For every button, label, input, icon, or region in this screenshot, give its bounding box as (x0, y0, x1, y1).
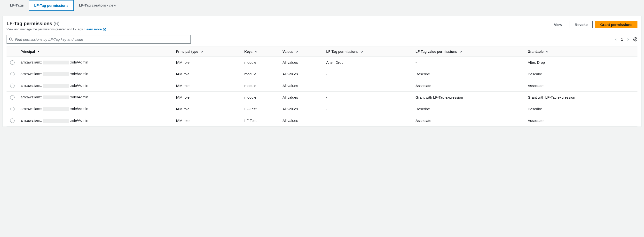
row-select-radio[interactable] (10, 84, 14, 88)
action-buttons: View Revoke Grant permissions (549, 21, 638, 28)
col-lf-tag-permissions[interactable]: LF-Tag permissions (324, 46, 413, 56)
col-keys[interactable]: Keys (242, 46, 280, 56)
cell-principal: arn:aws:iam:::role/Admin (18, 114, 174, 126)
tab-lf-tags[interactable]: LF-Tags (5, 0, 29, 11)
cell-lf-tag-permissions: - (324, 91, 413, 103)
col-label: Principal (20, 50, 35, 54)
cell-lf-tag-permissions: - (324, 103, 413, 114)
gear-icon (633, 37, 638, 42)
prev-page-button[interactable] (614, 37, 618, 41)
filter-icon (255, 51, 257, 53)
search-icon (9, 37, 13, 41)
learn-more-link[interactable]: Learn more (84, 28, 106, 31)
col-values[interactable]: Values (280, 46, 324, 56)
cell-lf-tag-permissions: - (324, 68, 413, 80)
table-row: arn:aws:iam:::role/Admin IAM role LF-Tes… (6, 103, 638, 114)
permissions-table: Principal Principal type Keys Values LF-… (6, 46, 638, 126)
principal-suffix: :role/Admin (70, 83, 88, 88)
row-select-radio[interactable] (10, 95, 14, 100)
search-wrap (6, 35, 191, 44)
cell-principal: arn:aws:iam:::role/Admin (18, 103, 174, 114)
cell-grantable: Describe (525, 103, 638, 114)
redacted-account-id (43, 60, 69, 64)
tab-new-badge: - new (107, 3, 116, 7)
permissions-panel: LF-Tag permissions (6) View and manage t… (2, 16, 642, 127)
view-button[interactable]: View (549, 21, 567, 28)
cell-principal-type: IAM role (174, 114, 242, 126)
col-label: Keys (244, 50, 252, 54)
cell-values: All values (280, 68, 324, 80)
cell-keys: LF-Test (242, 114, 280, 126)
tab-lf-tag-permissions[interactable]: LF-Tag permissions (29, 0, 74, 11)
row-select-radio[interactable] (10, 72, 14, 76)
col-label: LF-Tag value permissions (416, 50, 457, 54)
cell-keys: module (242, 91, 280, 103)
toolbar: 1 (6, 35, 638, 44)
col-label: Values (282, 50, 293, 54)
search-input[interactable] (6, 35, 191, 44)
subtitle-text: View and manage the permissions granted … (6, 28, 84, 31)
next-page-button[interactable] (626, 37, 630, 41)
cell-grantable: Associate (525, 114, 638, 126)
principal-suffix: :role/Admin (70, 95, 88, 99)
principal-suffix: :role/Admin (70, 118, 88, 122)
cell-grantable: Grant with LF-Tag expression (525, 91, 638, 103)
redacted-account-id (43, 107, 69, 111)
redacted-account-id (43, 84, 69, 88)
table-row: arn:aws:iam:::role/Admin IAM role module… (6, 56, 638, 68)
cell-principal: arn:aws:iam:::role/Admin (18, 56, 174, 68)
principal-prefix: arn:aws:iam:: (20, 83, 42, 88)
redacted-account-id (43, 96, 69, 99)
principal-prefix: arn:aws:iam:: (20, 118, 42, 122)
cell-principal: arn:aws:iam:::role/Admin (18, 68, 174, 80)
cell-lf-tag-value-permissions: Grant with LF-Tag expression (413, 91, 525, 103)
cell-keys: LF-Test (242, 103, 280, 114)
cell-lf-tag-value-permissions: - (413, 56, 525, 68)
col-principal-type[interactable]: Principal type (174, 46, 242, 56)
filter-icon (296, 51, 298, 53)
learn-more-label: Learn more (84, 28, 102, 31)
svg-point-1 (635, 39, 636, 40)
cell-values: All values (280, 80, 324, 91)
chevron-right-icon (626, 38, 630, 41)
title-text: LF-Tag permissions (6, 21, 52, 26)
external-link-icon (103, 28, 106, 31)
cell-values: All values (280, 56, 324, 68)
row-select-radio[interactable] (10, 107, 14, 111)
filter-icon (200, 51, 203, 53)
principal-prefix: arn:aws:iam:: (20, 72, 42, 76)
cell-values: All values (280, 91, 324, 103)
cell-keys: module (242, 56, 280, 68)
page-subtitle: View and manage the permissions granted … (6, 28, 106, 31)
row-select-radio[interactable] (10, 118, 14, 123)
settings-button[interactable] (633, 37, 638, 42)
col-label: Grantable (528, 50, 544, 54)
col-label: Principal type (176, 50, 198, 54)
col-grantable[interactable]: Grantable (525, 46, 638, 56)
cell-principal: arn:aws:iam:::role/Admin (18, 91, 174, 103)
principal-suffix: :role/Admin (70, 107, 88, 111)
principal-suffix: :role/Admin (70, 60, 88, 64)
tabs-bar: LF-Tags LF-Tag permissions LF-Tag creato… (0, 0, 644, 11)
page-number: 1 (621, 37, 623, 42)
col-principal[interactable]: Principal (18, 46, 174, 56)
table-row: arn:aws:iam:::role/Admin IAM role module… (6, 91, 638, 103)
page-title: LF-Tag permissions (6) (6, 21, 60, 26)
cell-principal-type: IAM role (174, 103, 242, 114)
row-select-radio[interactable] (10, 60, 14, 65)
principal-prefix: arn:aws:iam:: (20, 60, 42, 64)
cell-values: All values (280, 114, 324, 126)
revoke-button[interactable]: Revoke (570, 21, 593, 28)
cell-keys: module (242, 68, 280, 80)
col-select (6, 46, 18, 56)
cell-grantable: Associate (525, 80, 638, 91)
principal-prefix: arn:aws:iam:: (20, 95, 42, 99)
col-lf-tag-value-permissions[interactable]: LF-Tag value permissions (413, 46, 525, 56)
title-count: (6) (54, 21, 59, 26)
svg-point-0 (10, 38, 12, 40)
grant-permissions-button[interactable]: Grant permissions (595, 21, 638, 28)
tab-lf-tag-creators[interactable]: LF-Tag creators - new (74, 0, 121, 11)
chevron-left-icon (614, 38, 618, 41)
cell-principal-type: IAM role (174, 80, 242, 91)
cell-lf-tag-value-permissions: Describe (413, 103, 525, 114)
